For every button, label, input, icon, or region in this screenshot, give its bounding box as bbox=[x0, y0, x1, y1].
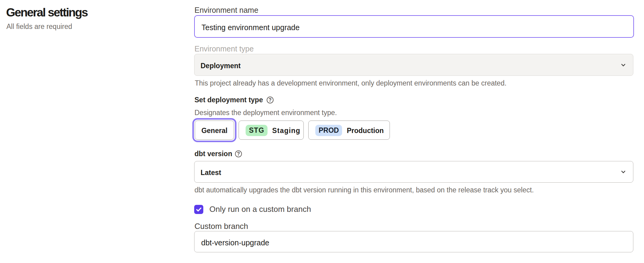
svg-text:?: ? bbox=[237, 151, 240, 156]
svg-text:?: ? bbox=[269, 97, 272, 103]
